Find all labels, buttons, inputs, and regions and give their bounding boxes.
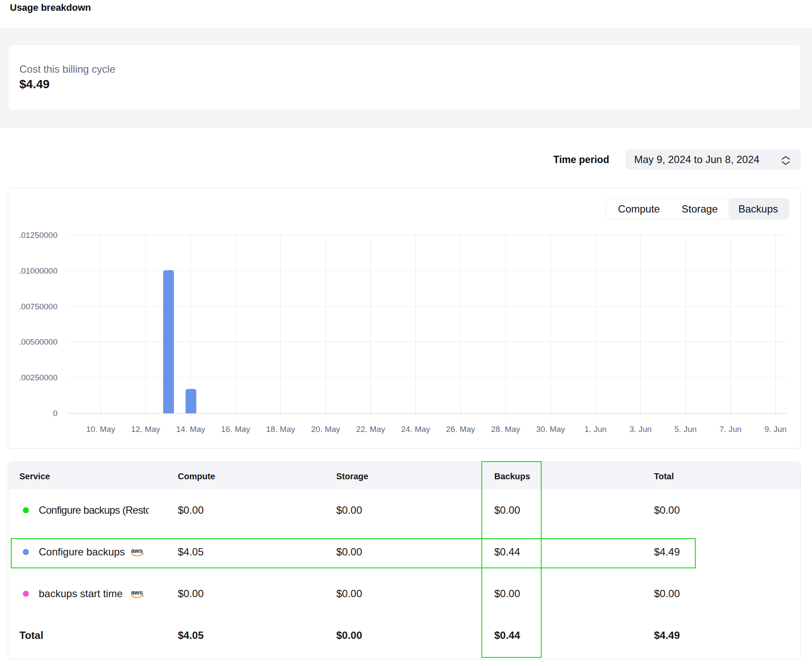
- svg-text:aws: aws: [131, 589, 143, 595]
